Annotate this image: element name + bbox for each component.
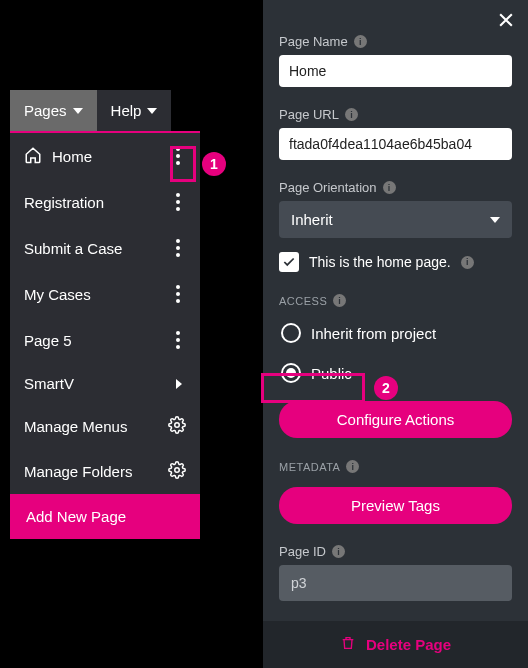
info-icon[interactable]: i bbox=[345, 108, 358, 121]
gear-icon bbox=[168, 416, 186, 437]
field-page-name: Page Name i bbox=[279, 34, 512, 87]
orientation-value: Inherit bbox=[291, 211, 333, 228]
preview-tags-button[interactable]: Preview Tags bbox=[279, 487, 512, 524]
homepage-checkbox-row[interactable]: This is the home page. i bbox=[279, 252, 512, 272]
radio-unselected-icon[interactable] bbox=[281, 323, 301, 343]
page-settings-panel: Page Name i Page URL i Page Orientation … bbox=[263, 0, 528, 668]
page-row-submit-case[interactable]: Submit a Case bbox=[10, 225, 200, 271]
manage-menus[interactable]: Manage Menus bbox=[10, 404, 200, 449]
tab-help[interactable]: Help bbox=[97, 90, 172, 131]
page-row-smartv[interactable]: SmartV bbox=[10, 363, 200, 404]
tab-pages[interactable]: Pages bbox=[10, 90, 97, 131]
svg-point-1 bbox=[175, 468, 180, 473]
info-icon[interactable]: i bbox=[383, 181, 396, 194]
svg-point-0 bbox=[175, 423, 180, 428]
more-icon[interactable] bbox=[170, 283, 186, 305]
info-icon[interactable]: i bbox=[461, 256, 474, 269]
page-id-label: Page ID bbox=[279, 544, 326, 559]
info-icon[interactable]: i bbox=[346, 460, 359, 473]
orientation-select[interactable]: Inherit bbox=[279, 201, 512, 238]
add-new-page-button[interactable]: Add New Page bbox=[10, 494, 200, 539]
page-label: SmartV bbox=[24, 375, 74, 392]
homepage-check-label: This is the home page. bbox=[309, 254, 451, 270]
delete-page-button[interactable]: Delete Page bbox=[263, 621, 528, 668]
callout-badge-1: 1 bbox=[202, 152, 226, 176]
page-row-registration[interactable]: Registration bbox=[10, 179, 200, 225]
page-row-page5[interactable]: Page 5 bbox=[10, 317, 200, 363]
configure-actions-button[interactable]: Configure Actions bbox=[279, 401, 512, 438]
checkbox-checked-icon[interactable] bbox=[279, 252, 299, 272]
info-icon[interactable]: i bbox=[332, 545, 345, 558]
orientation-label: Page Orientation bbox=[279, 180, 377, 195]
access-inherit-option[interactable]: Inherit from project bbox=[279, 319, 512, 347]
page-label: Registration bbox=[24, 194, 104, 211]
tab-pages-label: Pages bbox=[24, 102, 67, 119]
chevron-down-icon bbox=[147, 108, 157, 114]
page-row-my-cases[interactable]: My Cases bbox=[10, 271, 200, 317]
home-icon bbox=[24, 146, 42, 167]
field-orientation: Page Orientation i Inherit bbox=[279, 180, 512, 238]
page-url-label: Page URL bbox=[279, 107, 339, 122]
info-icon[interactable]: i bbox=[333, 294, 346, 307]
more-icon[interactable] bbox=[170, 145, 186, 167]
callout-badge-2: 2 bbox=[374, 376, 398, 400]
tab-help-label: Help bbox=[111, 102, 142, 119]
page-label: Submit a Case bbox=[24, 240, 122, 257]
metadata-header-label: METADATA bbox=[279, 461, 340, 473]
chevron-down-icon bbox=[490, 217, 500, 223]
manage-folders-label: Manage Folders bbox=[24, 463, 132, 480]
pages-list: Home Registration Submit a Case My Cases… bbox=[10, 133, 200, 539]
page-name-label: Page Name bbox=[279, 34, 348, 49]
metadata-header: METADATA i bbox=[279, 460, 512, 473]
add-new-page-label: Add New Page bbox=[26, 508, 126, 525]
trash-icon bbox=[340, 635, 356, 654]
access-header: ACCESS i bbox=[279, 294, 512, 307]
sidebar-tabs: Pages Help bbox=[10, 90, 200, 133]
gear-icon bbox=[168, 461, 186, 482]
field-page-url: Page URL i bbox=[279, 107, 512, 160]
preview-tags-label: Preview Tags bbox=[351, 497, 440, 514]
access-inherit-label: Inherit from project bbox=[311, 325, 436, 342]
more-icon[interactable] bbox=[170, 191, 186, 213]
radio-selected-icon[interactable] bbox=[281, 363, 301, 383]
chevron-right-icon bbox=[176, 379, 182, 389]
access-public-label: Public bbox=[311, 365, 352, 382]
page-row-home[interactable]: Home bbox=[10, 133, 200, 179]
page-url-input[interactable] bbox=[279, 128, 512, 160]
pages-sidebar: Pages Help Home Registration Submit a Ca… bbox=[10, 90, 200, 539]
more-icon[interactable] bbox=[170, 329, 186, 351]
page-label: Page 5 bbox=[24, 332, 72, 349]
page-name-input[interactable] bbox=[279, 55, 512, 87]
manage-folders[interactable]: Manage Folders bbox=[10, 449, 200, 494]
info-icon[interactable]: i bbox=[354, 35, 367, 48]
more-icon[interactable] bbox=[170, 237, 186, 259]
page-id-input bbox=[279, 565, 512, 601]
chevron-down-icon bbox=[73, 108, 83, 114]
field-page-id: Page ID i bbox=[279, 544, 512, 601]
configure-actions-label: Configure Actions bbox=[337, 411, 455, 428]
manage-menus-label: Manage Menus bbox=[24, 418, 127, 435]
page-label: Home bbox=[52, 148, 92, 165]
delete-page-label: Delete Page bbox=[366, 636, 451, 653]
access-header-label: ACCESS bbox=[279, 295, 327, 307]
close-button[interactable] bbox=[496, 10, 516, 33]
page-label: My Cases bbox=[24, 286, 91, 303]
